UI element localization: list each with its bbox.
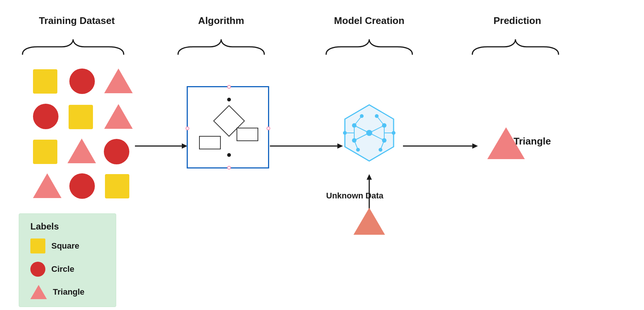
svg-point-19 — [382, 123, 386, 128]
label-triangle-text: Triangle — [53, 287, 84, 297]
svg-line-31 — [377, 116, 384, 125]
svg-line-27 — [369, 125, 384, 133]
conn-left — [186, 127, 189, 130]
shape-square-r1c1 — [33, 69, 57, 94]
shape-triangle-r4c1 — [33, 173, 61, 198]
label-circle-icon — [30, 262, 45, 277]
model-header: Model Creation — [319, 15, 420, 27]
prediction-result-label: Triangle — [514, 136, 551, 147]
flow-rect-left — [199, 136, 221, 149]
svg-line-33 — [380, 140, 384, 150]
svg-line-29 — [369, 133, 384, 140]
svg-point-17 — [366, 130, 372, 136]
svg-point-22 — [360, 114, 364, 118]
flow-dot-bottom — [227, 153, 231, 157]
prediction-header: Prediction — [472, 15, 562, 27]
label-square-text: Square — [51, 241, 79, 251]
svg-point-21 — [382, 138, 386, 143]
svg-marker-7 — [367, 174, 372, 180]
conn-right — [267, 127, 270, 130]
svg-point-36 — [343, 131, 347, 135]
unknown-data-label: Unknown Data — [326, 191, 383, 201]
label-circle-row: Circle — [30, 262, 105, 277]
svg-point-23 — [375, 114, 379, 118]
labels-box: Labels Square Circle Triangle — [19, 213, 116, 307]
svg-line-32 — [354, 140, 358, 150]
svg-line-28 — [354, 133, 369, 140]
conn-top — [227, 85, 231, 89]
shape-circle-r4c2 — [69, 173, 95, 199]
labels-title: Labels — [30, 221, 105, 232]
training-header: Training Dataset — [22, 15, 131, 27]
shape-circle-r1c2 — [69, 69, 95, 94]
shape-square-r2c2 — [69, 105, 93, 129]
svg-line-30 — [354, 116, 362, 125]
label-triangle-row: Triangle — [30, 285, 105, 299]
algorithm-header: Algorithm — [178, 15, 264, 27]
svg-marker-5 — [472, 143, 478, 149]
svg-point-24 — [356, 148, 360, 152]
shape-triangle-r2c3 — [104, 104, 133, 129]
svg-marker-3 — [337, 143, 343, 149]
shape-triangle-r3c2 — [67, 139, 96, 163]
svg-marker-16 — [345, 105, 394, 161]
conn-bottom — [227, 166, 231, 170]
label-circle-text: Circle — [51, 264, 74, 274]
svg-point-25 — [379, 148, 382, 152]
label-triangle-icon — [30, 285, 47, 299]
label-square-row: Square — [30, 238, 105, 253]
algorithm-box — [187, 86, 269, 168]
shape-square-r4c3 — [105, 174, 129, 198]
label-square-icon — [30, 238, 45, 253]
shape-circle-r3c3 — [104, 139, 129, 164]
svg-point-37 — [392, 131, 395, 135]
svg-point-18 — [352, 123, 356, 128]
shape-circle-r2c1 — [33, 104, 58, 129]
flow-dot-top — [227, 98, 231, 101]
svg-line-26 — [354, 125, 369, 133]
diagram: Training Dataset Algorithm Model Creatio… — [0, 0, 644, 310]
flow-rect-right — [237, 128, 258, 141]
shape-triangle-r1c3 — [104, 69, 133, 93]
shape-square-r3c1 — [33, 140, 57, 164]
unknown-triangle — [353, 208, 385, 235]
svg-point-20 — [352, 138, 356, 143]
